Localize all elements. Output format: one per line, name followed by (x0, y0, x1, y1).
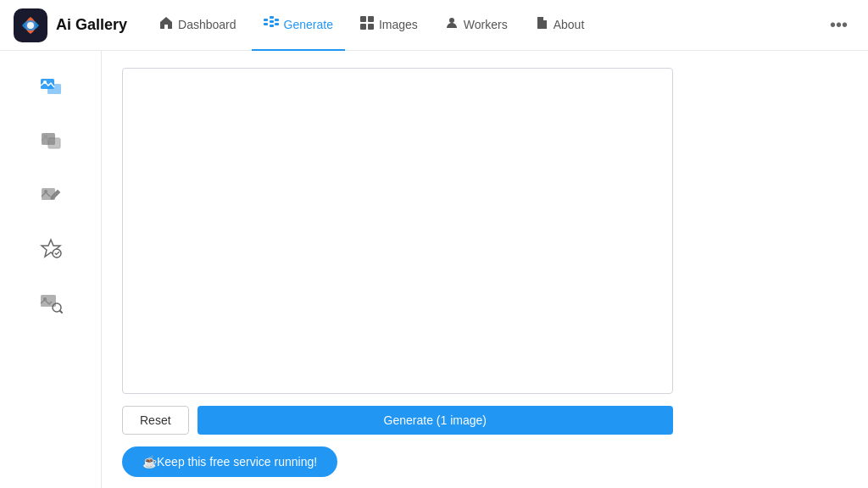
svg-point-1 (27, 22, 34, 29)
svg-rect-20 (48, 138, 60, 148)
sidebar-item-image-search[interactable] (29, 281, 73, 325)
nav-workers[interactable]: Workers (433, 0, 520, 51)
nav-images[interactable]: Images (348, 0, 430, 51)
reset-button[interactable]: Reset (122, 406, 189, 435)
svg-rect-11 (360, 24, 366, 30)
svg-rect-4 (270, 16, 274, 19)
header: Ai Gallery Dashboard (0, 0, 868, 51)
svg-rect-3 (264, 23, 268, 25)
main-nav: Dashboard Generate (147, 0, 823, 51)
svg-rect-2 (264, 19, 268, 21)
app-title: Ai Gallery (56, 16, 127, 34)
svg-rect-17 (47, 84, 61, 94)
sidebar-item-image-filter[interactable] (29, 173, 73, 217)
canvas-area (122, 68, 673, 394)
app-logo (14, 8, 47, 42)
svg-point-13 (449, 18, 454, 23)
document-icon (535, 16, 548, 32)
sidebar (0, 51, 102, 488)
generate-icon (264, 16, 279, 32)
svg-rect-7 (275, 19, 279, 21)
svg-rect-6 (270, 25, 274, 27)
more-icon: ••• (830, 15, 848, 34)
more-menu-button[interactable]: ••• (823, 12, 854, 38)
sidebar-item-image-edit[interactable] (29, 119, 73, 163)
svg-rect-8 (275, 23, 279, 25)
logo-area: Ai Gallery (14, 8, 127, 42)
action-row: Reset Generate (1 image) (122, 406, 673, 435)
main-content: Reset Generate (1 image) ☕Keep this free… (102, 51, 868, 488)
generate-button[interactable]: Generate (1 image) (198, 406, 673, 435)
nav-about[interactable]: About (523, 0, 597, 51)
grid-icon (360, 16, 374, 32)
svg-point-25 (53, 249, 61, 258)
svg-line-29 (60, 311, 62, 313)
svg-rect-10 (368, 16, 374, 22)
person-icon (445, 16, 459, 32)
svg-rect-9 (360, 16, 366, 22)
home-icon (159, 16, 173, 32)
body-layout: Reset Generate (1 image) ☕Keep this free… (0, 51, 868, 488)
svg-rect-12 (368, 24, 374, 30)
sidebar-item-favorites[interactable] (29, 227, 73, 271)
support-banner[interactable]: ☕Keep this free service running! (122, 446, 337, 477)
svg-rect-5 (270, 20, 274, 23)
nav-dashboard[interactable]: Dashboard (147, 0, 248, 51)
sidebar-item-generate-image[interactable] (29, 64, 73, 108)
nav-generate[interactable]: Generate (252, 0, 345, 51)
